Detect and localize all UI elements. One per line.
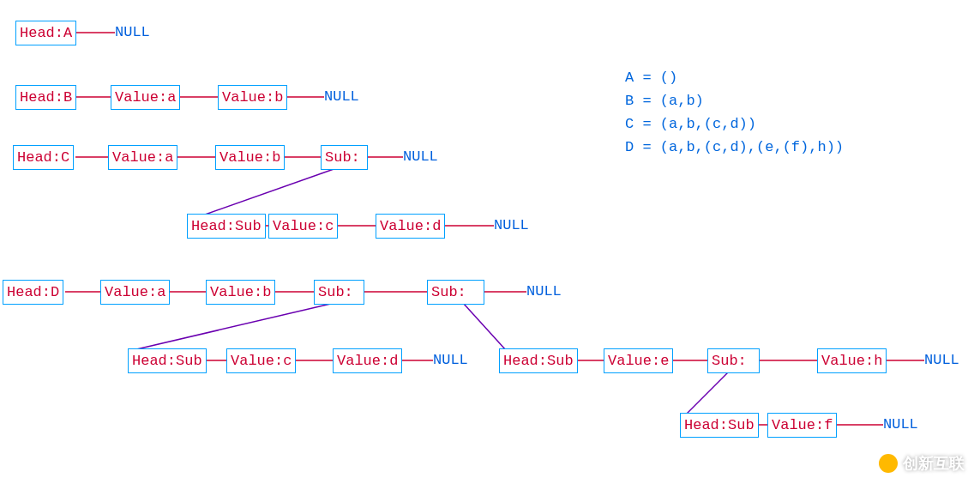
null-d: NULL bbox=[526, 283, 562, 299]
node-value-da: Value:a bbox=[100, 280, 170, 305]
node-value-dd: Value:d bbox=[333, 348, 402, 373]
node-value-ba: Value:a bbox=[111, 85, 180, 110]
node-sub-c: Sub: bbox=[321, 145, 368, 170]
node-head-dsub1: Head:Sub bbox=[128, 348, 207, 373]
watermark: 创新互联 bbox=[879, 453, 965, 474]
node-sub-d1: Sub: bbox=[314, 280, 364, 305]
watermark-text: 创新互联 bbox=[903, 453, 965, 474]
node-value-cc: Value:c bbox=[268, 214, 338, 239]
node-head-dsub2: Head:Sub bbox=[499, 348, 578, 373]
node-sub-d3: Sub: bbox=[707, 348, 760, 373]
node-value-de: Value:e bbox=[604, 348, 673, 373]
legend-b: B = (a,b) bbox=[625, 93, 704, 109]
node-value-dh: Value:h bbox=[817, 348, 887, 373]
node-head-dsub3: Head:Sub bbox=[680, 413, 759, 438]
node-head-a: Head:A bbox=[15, 21, 76, 45]
null-c: NULL bbox=[403, 148, 438, 165]
node-head-d: Head:D bbox=[3, 280, 63, 305]
svg-line-21 bbox=[463, 303, 506, 350]
node-value-cb: Value:b bbox=[215, 145, 285, 170]
svg-line-26 bbox=[686, 372, 729, 414]
null-dsub2: NULL bbox=[924, 352, 959, 368]
null-dsub3: NULL bbox=[883, 416, 918, 433]
node-sub-d2: Sub: bbox=[427, 280, 484, 305]
watermark-logo-icon bbox=[879, 454, 898, 473]
legend-c: C = (a,b,(c,d)) bbox=[625, 116, 756, 132]
legend-d: D = (a,b,(c,d),(e,(f),h)) bbox=[625, 139, 844, 155]
svg-line-17 bbox=[133, 303, 334, 350]
legend-a: A = () bbox=[625, 70, 677, 86]
node-head-csub: Head:Sub bbox=[187, 214, 266, 239]
null-a: NULL bbox=[115, 24, 150, 40]
node-value-df: Value:f bbox=[767, 413, 837, 438]
node-value-dc: Value:c bbox=[226, 348, 296, 373]
null-csub: NULL bbox=[494, 217, 529, 233]
node-value-ca: Value:a bbox=[108, 145, 177, 170]
null-b: NULL bbox=[324, 88, 359, 105]
node-value-cd: Value:d bbox=[376, 214, 445, 239]
node-value-db: Value:b bbox=[206, 280, 275, 305]
connectors bbox=[0, 0, 980, 484]
node-head-b: Head:B bbox=[15, 85, 76, 110]
null-dsub1: NULL bbox=[433, 352, 468, 368]
node-value-bb: Value:b bbox=[218, 85, 287, 110]
svg-line-8 bbox=[193, 167, 339, 219]
node-head-c: Head:C bbox=[13, 145, 74, 170]
